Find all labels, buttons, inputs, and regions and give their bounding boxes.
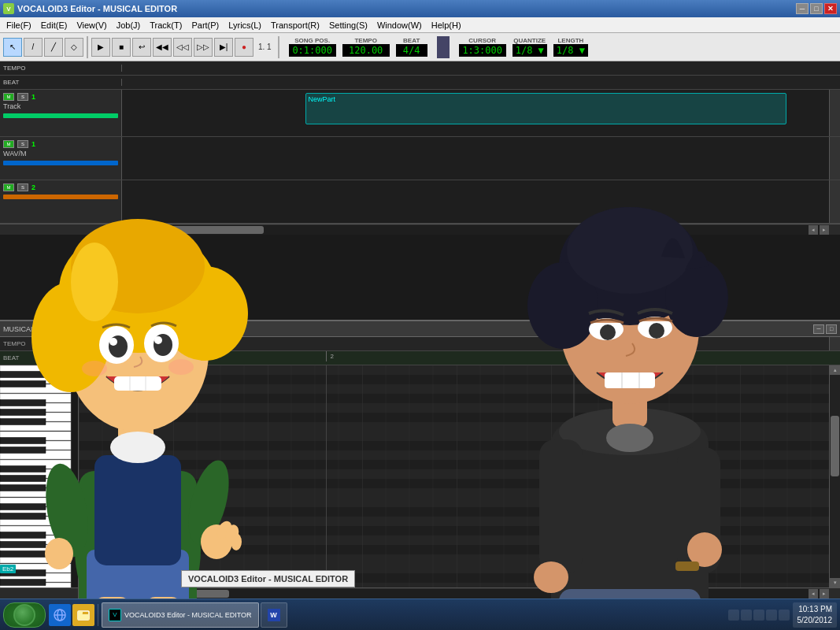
track-3-m-button[interactable]: M — [3, 183, 14, 191]
vscroll-up-arrow[interactable]: ▴ — [830, 365, 840, 375]
menu-window[interactable]: Window(W) — [372, 19, 427, 32]
tray-icon-1[interactable] — [728, 610, 739, 621]
close-button[interactable]: ✕ — [824, 3, 837, 14]
track-3-s-button[interactable]: S — [17, 183, 28, 191]
track-1-controls: M S 1 — [3, 93, 118, 101]
tempo-group: TEMPO 120.00 — [342, 37, 390, 57]
track-wav-scrollbar[interactable] — [829, 137, 840, 180]
scrollbar-thumb-h[interactable] — [157, 226, 264, 234]
menu-file[interactable]: File(F) — [2, 19, 36, 32]
fast-back-button[interactable]: ◁◁ — [173, 38, 192, 57]
menu-job[interactable]: Job(J) — [112, 19, 146, 32]
track-wav-s-button[interactable]: S — [17, 140, 28, 148]
window-title: VOCALOID3 Editor - MUSICAL EDITOR — [17, 4, 177, 13]
track-1-content[interactable]: NewPart — [122, 90, 829, 136]
note-grid[interactable] — [79, 365, 829, 587]
length-value[interactable]: 1/8 ▼ — [553, 44, 588, 57]
track-3-scrollbar[interactable] — [829, 180, 840, 223]
tray-icon-4[interactable] — [766, 610, 777, 621]
minimize-button[interactable]: ─ — [796, 3, 809, 14]
track-1-m-button[interactable]: M — [3, 93, 14, 101]
svg-rect-92 — [78, 611, 83, 614]
menu-lyrics[interactable]: Lyrics(L) — [224, 19, 266, 32]
vscroll-track[interactable] — [830, 375, 840, 578]
clock-date: 5/20/2012 — [797, 615, 833, 626]
song-pos-label: SONG POS. — [294, 37, 330, 44]
quantize-label: QUANTIZE — [513, 37, 546, 44]
me-maximize-button[interactable]: □ — [826, 324, 837, 334]
track-wav-content[interactable] — [122, 137, 829, 180]
toolbar-separator-2 — [278, 36, 279, 58]
musical-editor-controls: ─ □ — [813, 324, 837, 334]
me-tempo-scrollbar-v[interactable] — [829, 337, 840, 350]
loop-button[interactable]: ↩ — [132, 38, 151, 57]
stop-button[interactable]: ■ — [112, 38, 131, 57]
beat-header: BEAT — [0, 79, 122, 86]
menu-transport[interactable]: Transport(R) — [266, 19, 324, 32]
track-1-part[interactable]: NewPart — [305, 93, 786, 124]
me-hscrollbar[interactable]: ◂ ▸ — [0, 587, 840, 598]
me-scrollbar-spacer — [0, 588, 79, 598]
end-button[interactable]: ▶| — [214, 38, 233, 57]
line-tool-button[interactable]: ╱ — [44, 38, 63, 57]
track-wav-m-button[interactable]: M — [3, 140, 14, 148]
menu-track[interactable]: Track(T) — [145, 19, 187, 32]
menu-settings[interactable]: Setting(S) — [324, 19, 372, 32]
maximize-button[interactable]: □ — [810, 3, 823, 14]
me-minimize-button[interactable]: ─ — [813, 324, 824, 334]
me-scroll-left-arrow[interactable]: ◂ — [809, 589, 818, 598]
system-clock[interactable]: 10:13 PM 5/20/2012 — [793, 602, 838, 628]
tempo-label-se: TEMPO — [3, 65, 25, 72]
explorer-quicklaunch-button[interactable] — [72, 604, 94, 626]
menu-edit[interactable]: Edit(E) — [36, 19, 72, 32]
song-editor-hscrollbar[interactable]: ◂ ▸ — [0, 224, 840, 235]
popup-label: VOCALOID3 Editor - MUSICAL EDITOR — [181, 570, 355, 587]
me-scrollbar-track[interactable]: ◂ ▸ — [79, 589, 829, 598]
vscroll-thumb[interactable] — [831, 416, 839, 476]
taskbar-vocaloid-item[interactable]: V VOCALOID3 Editor - MUSICAL EDITOR — [102, 602, 259, 628]
scroll-right-arrow[interactable]: ▸ — [820, 225, 829, 235]
quantize-value[interactable]: 1/8 ▼ — [513, 44, 547, 57]
track-1-color-bar — [3, 113, 118, 118]
song-pos-group: SONG POS. 0:1:000 — [289, 37, 336, 57]
rewind-button[interactable]: ◀◀ — [153, 38, 172, 57]
scrollbar-track-h[interactable]: ◂ ▸ — [122, 225, 829, 235]
menu-help[interactable]: Help(H) — [427, 19, 466, 32]
me-tempo-marker: 120 — [79, 337, 92, 347]
fast-forward-button[interactable]: ▷▷ — [194, 38, 213, 57]
eraser-tool-button[interactable]: ◇ — [65, 38, 83, 57]
tray-icon-3[interactable] — [753, 610, 764, 621]
musical-editor-header: MUSICAL E... ─ □ — [0, 321, 840, 337]
tempo-header: TEMPO — [0, 65, 122, 72]
track-1-scrollbar[interactable] — [829, 90, 840, 136]
vocaloid-taskbar-label: VOCALOID3 Editor - MUSICAL EDITOR — [124, 611, 252, 619]
me-tempo-label: TEMPO — [0, 337, 79, 350]
me-tempo-text: TEMPO — [3, 340, 25, 347]
note-grid-vscrollbar[interactable]: ▴ ▾ — [829, 365, 840, 587]
start-button[interactable] — [3, 602, 46, 628]
vscroll-down-arrow[interactable]: ▾ — [830, 578, 840, 587]
menu-part[interactable]: Part(P) — [187, 19, 224, 32]
scroll-arrows: ◂ ▸ — [809, 225, 829, 235]
length-group[interactable]: LENGTH 1/8 ▼ — [553, 37, 588, 57]
me-ruler-mark-3: 3 — [574, 351, 584, 361]
ie-quicklaunch-button[interactable] — [49, 604, 71, 626]
beat-label: BEAT — [403, 37, 420, 44]
beat-value: 4/4 — [396, 44, 427, 57]
track-wav-controls: M S 1 — [3, 140, 118, 148]
select-tool-button[interactable]: ↖ — [3, 38, 22, 57]
me-scrollbar-thumb[interactable] — [117, 590, 229, 598]
play-button[interactable]: ▶ — [91, 38, 110, 57]
track-wav-number: 1 — [31, 140, 35, 148]
track-1-s-button[interactable]: S — [17, 93, 28, 101]
track-3-content[interactable] — [122, 180, 829, 223]
tray-icon-5[interactable] — [779, 610, 790, 621]
scroll-left-arrow[interactable]: ◂ — [809, 225, 818, 235]
tray-icon-2[interactable] — [741, 610, 752, 621]
menu-view[interactable]: View(V) — [72, 19, 111, 32]
rec-button[interactable]: ● — [235, 38, 253, 57]
taskbar-word-item[interactable]: W — [261, 602, 287, 628]
quantize-group[interactable]: QUANTIZE 1/8 ▼ — [513, 37, 547, 57]
me-scroll-right-arrow[interactable]: ▸ — [820, 589, 829, 598]
pencil-tool-button[interactable]: / — [24, 38, 43, 57]
